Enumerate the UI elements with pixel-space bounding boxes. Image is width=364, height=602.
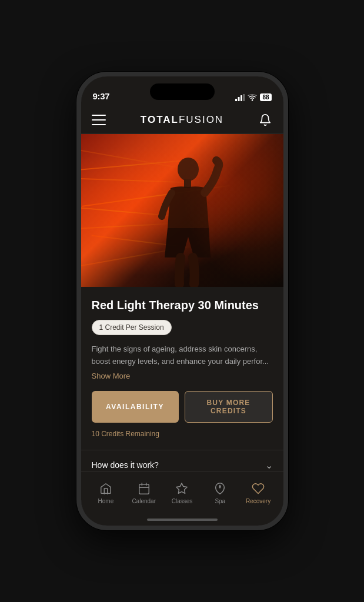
home-tab-label: Home	[98, 498, 114, 504]
home-tab-icon	[99, 481, 113, 496]
tab-spa[interactable]: Spa	[201, 481, 239, 504]
content-section: Red Light Therapy 30 Minutes 1 Credit Pe…	[81, 287, 283, 438]
credit-badge: 1 Credit Per Session	[92, 320, 172, 335]
calendar-tab-icon	[137, 481, 151, 496]
tab-recovery[interactable]: Recovery	[239, 481, 278, 504]
service-title: Red Light Therapy 30 Minutes	[92, 297, 273, 313]
buy-credits-button[interactable]: BUY MORE CREDITS	[185, 391, 273, 423]
dynamic-island	[150, 83, 215, 100]
accordion-how-it-works[interactable]: How does it work? ⌄	[81, 450, 283, 471]
content-area: Red Light Therapy 30 Minutes 1 Credit Pe…	[81, 134, 283, 471]
tab-calendar[interactable]: Calendar	[125, 481, 163, 504]
svg-rect-7	[139, 484, 149, 494]
status-icons: 88	[235, 93, 271, 101]
bell-button[interactable]	[258, 113, 272, 127]
title-light: FUSION	[179, 114, 223, 125]
show-more-button[interactable]: Show More	[92, 372, 273, 380]
hero-image	[81, 134, 283, 287]
title-bold: TOTAL	[141, 114, 179, 125]
classes-tab-icon	[175, 481, 189, 496]
recovery-tab-label: Recovery	[246, 498, 271, 504]
chevron-down-icon-1: ⌄	[265, 460, 273, 471]
app-title: TOTALFUSION	[141, 114, 223, 126]
tab-home[interactable]: Home	[87, 481, 125, 504]
svg-rect-0	[235, 99, 237, 101]
tab-classes[interactable]: Classes	[163, 481, 201, 504]
svg-rect-2	[241, 95, 242, 101]
classes-tab-label: Classes	[172, 498, 193, 504]
svg-rect-3	[243, 94, 245, 101]
accordion-label-1: How does it work?	[92, 460, 159, 470]
glow-overlay	[182, 134, 283, 287]
spa-tab-label: Spa	[215, 498, 225, 504]
availability-button[interactable]: AVAILABILITY	[92, 391, 179, 423]
wifi-icon	[248, 94, 257, 101]
tab-bar: Home Calendar	[81, 471, 283, 514]
bell-icon	[259, 113, 272, 126]
battery-badge: 88	[260, 93, 271, 101]
phone-frame: 9:37 88	[76, 72, 288, 530]
status-time: 9:37	[93, 91, 110, 101]
recovery-tab-icon	[251, 481, 265, 496]
svg-marker-11	[176, 483, 187, 493]
credits-remaining: 10 Credits Remaining	[92, 430, 273, 438]
signal-icon	[235, 94, 245, 101]
spa-tab-icon	[213, 481, 227, 496]
phone-outer: 9:37 88	[0, 0, 364, 602]
home-indicator	[81, 514, 283, 526]
menu-button[interactable]	[92, 115, 106, 125]
app-header: TOTALFUSION	[81, 106, 283, 134]
svg-point-4	[252, 99, 253, 101]
home-bar	[147, 519, 218, 521]
action-buttons: AVAILABILITY BUY MORE CREDITS	[92, 391, 273, 423]
service-description: Fight the signs of ageing, address skin …	[92, 343, 273, 368]
calendar-tab-label: Calendar	[132, 498, 156, 504]
svg-rect-1	[238, 97, 240, 101]
